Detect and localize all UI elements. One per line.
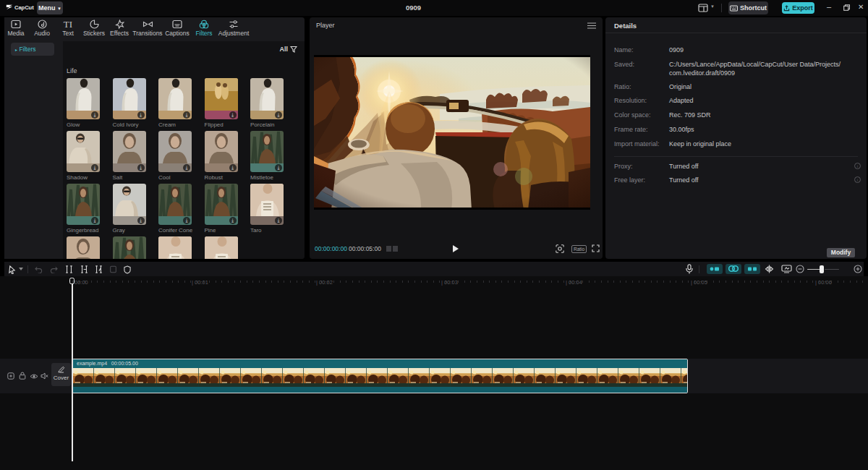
svg-text:TI: TI <box>64 20 72 29</box>
